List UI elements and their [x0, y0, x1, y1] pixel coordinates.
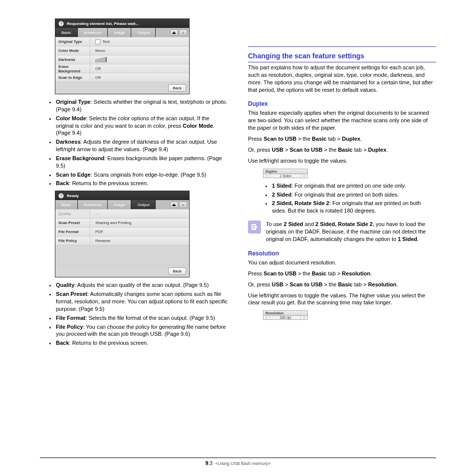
document-page: ? Requesting element list, Please wait..… [0, 0, 476, 476]
list-item: Erase Background: Erases backgrounds lik… [56, 155, 228, 170]
resolution-nav-1: Press Scan to USB > the Basic tab > Reso… [248, 269, 436, 278]
panel-toolbar-icons: ⏏ ⌂ [170, 28, 189, 37]
panel-status-text: Requesting element list, Please wait... [67, 21, 139, 26]
scan-panel-image-tab-screenshot: ? Requesting element list, Please wait..… [55, 18, 190, 94]
list-item: Back: Returns to the previous screen. [56, 180, 228, 187]
row-value[interactable]: Text [90, 37, 189, 46]
duplex-subheading: Duplex [248, 100, 436, 107]
row-label: Color Mode [55, 46, 90, 55]
back-button[interactable]: Back [168, 267, 186, 275]
duplex-options-list: 1 Sided: For originals that are printed … [248, 182, 436, 215]
row-value[interactable]: Sharing and Printing [90, 219, 189, 227]
tab-image[interactable]: Image [108, 200, 131, 209]
row-label: Scan Preset [55, 219, 90, 227]
home-icon[interactable]: ⌂ [179, 29, 187, 36]
page-number: .3 [209, 461, 213, 466]
list-item: Darkness: Adjusts the degree of darkness… [56, 138, 228, 153]
right-column: Changing the scan feature settings This … [248, 15, 436, 349]
duplex-nav-1: Press Scan to USB > the Basic tab > Dupl… [248, 135, 436, 143]
panel-body: Original Type Text Color Mode Mono Darkn… [55, 37, 189, 82]
tab-output[interactable]: Output [131, 200, 156, 209]
mini-row: < 1 Sided > [263, 174, 308, 178]
home-icon[interactable]: ⌂ [179, 202, 187, 208]
darkness-bars-icon [95, 57, 107, 62]
panel-tabs: Basic Advanced Image Output ⏏ ⌂ [55, 200, 189, 209]
list-item: Scan Preset: Automatically changes some … [56, 290, 228, 313]
row-color-mode: Color Mode Mono [55, 46, 189, 55]
panel-status-text: Ready [67, 194, 79, 198]
panel-tabs: Basic Advanced Image Output ⏏ ⌂ [55, 28, 189, 37]
note-text: To use 2 Sided and 2 Sided, Rotate Side … [266, 221, 436, 243]
resolution-nav-2: Or, press USB > Scan to USB > the Basic … [248, 280, 436, 289]
row-file-policy: File Policy Rename [55, 236, 189, 245]
heading-top-rule [248, 46, 436, 47]
help-icon: ? [58, 193, 64, 199]
mini-label: Duplex [263, 169, 308, 174]
page-footer: 9.3 <Using USB flash memory> [40, 458, 436, 466]
mini-value: 1 Sided [270, 174, 300, 178]
row-label: Erase Background [55, 64, 90, 73]
resolution-description: You can adjust document resolution. [248, 259, 436, 266]
note-box: To use 2 Sided and 2 Sided, Rotate Side … [248, 221, 436, 243]
panel-body: Quality — Scan Preset Sharing and Printi… [55, 209, 189, 265]
tab-output[interactable]: Output [131, 28, 156, 37]
list-item: Color Mode: Selects the color options of… [56, 115, 228, 137]
row-label: Original Type [55, 37, 90, 46]
row-value[interactable]: Off [90, 73, 189, 82]
row-file-format: File Format PDF [55, 227, 189, 236]
list-item: 2 Sided, Rotate Side 2: For originals th… [272, 200, 436, 215]
help-icon: ? [58, 21, 64, 26]
list-item: 1 Sided: For originals that are printed … [272, 182, 436, 190]
list-item: Back: Returns to the previous screen. [56, 339, 228, 347]
row-value[interactable]: Mono [90, 46, 189, 55]
row-value[interactable]: Rename [90, 237, 189, 245]
footer-content: 9.3 <Using USB flash memory> [40, 460, 436, 466]
panel-titlebar: ? Ready [55, 191, 189, 200]
duplex-toggle-text: Use left/right arrows to toggle the valu… [248, 157, 436, 165]
row-label: File Format [55, 228, 90, 236]
usb-eject-icon[interactable]: ⏏ [170, 202, 178, 208]
right-arrow-icon[interactable]: > [300, 174, 307, 178]
list-item: Scan to Edge: Scans originals from edge-… [56, 171, 228, 179]
list-item: File Format: Selects the file format of … [56, 314, 228, 322]
back-button[interactable]: Back [168, 84, 186, 92]
duplex-mini-widget: Duplex < 1 Sided > [263, 169, 308, 178]
usb-eject-icon[interactable]: ⏏ [170, 29, 178, 36]
list-item: Original Type: Selects whether the origi… [56, 98, 228, 113]
output-tab-descriptions: Quality: Adjusts the scan quality of the… [40, 281, 228, 347]
row-value[interactable]: Off [90, 64, 189, 73]
scan-panel-output-tab-screenshot: ? Ready Basic Advanced Image Output ⏏ ⌂ … [55, 191, 190, 277]
list-item: File Policy: You can choose the policy f… [56, 323, 228, 338]
tab-advanced[interactable]: Advanced [78, 200, 108, 209]
mini-label: Resolution [263, 310, 308, 316]
panel-footer: Back [55, 82, 189, 94]
left-arrow-icon[interactable]: < [263, 174, 270, 178]
row-value[interactable] [90, 55, 189, 64]
row-quality: Quality — [55, 209, 189, 218]
right-arrow-icon[interactable]: > [300, 316, 307, 319]
mini-row: < 300 dpi > [263, 316, 308, 320]
panel-footer: Back [55, 265, 189, 277]
resolution-subheading: Resolution [248, 250, 436, 257]
tab-basic[interactable]: Basic [55, 28, 78, 37]
row-original-type: Original Type Text [55, 37, 189, 46]
row-value: — [90, 210, 189, 218]
row-scan-preset: Scan Preset Sharing and Printing [55, 218, 189, 227]
row-value[interactable]: PDF [90, 228, 189, 236]
footer-caption: <Using USB flash memory> [215, 461, 270, 466]
mini-value: 300 dpi [270, 316, 300, 319]
tab-advanced[interactable]: Advanced [78, 28, 108, 37]
section-heading: Changing the scan feature settings [248, 52, 436, 60]
panel-empty-space [55, 245, 189, 265]
heading-bottom-rule [248, 62, 436, 62]
tab-basic[interactable]: Basic [55, 200, 78, 209]
row-darkness: Darkness [55, 55, 189, 64]
row-scan-to-edge: Scan to Edge Off [55, 73, 189, 82]
section-intro: This part explains how to adjust the doc… [248, 64, 436, 93]
panel-toolbar-icons: ⏏ ⌂ [170, 200, 189, 209]
left-arrow-icon[interactable]: < [263, 316, 270, 319]
image-tab-descriptions: Original Type: Selects whether the origi… [40, 98, 228, 187]
panel-titlebar: ? Requesting element list, Please wait..… [55, 19, 189, 28]
two-column-layout: ? Requesting element list, Please wait..… [40, 15, 436, 349]
tab-image[interactable]: Image [108, 28, 131, 37]
